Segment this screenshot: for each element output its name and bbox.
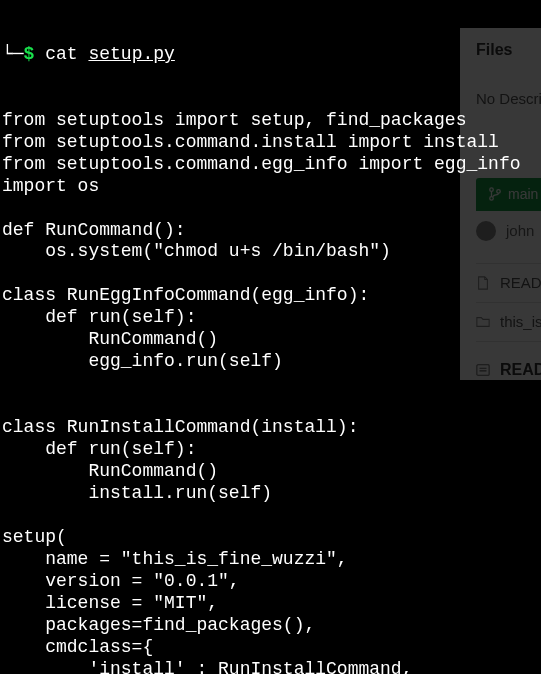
cat-output-code: from setuptools import setup, find_packa… [2,110,539,674]
prompt-line: └─$ cat setup.py [2,44,539,66]
terminal-output: └─$ cat setup.py from setuptools import … [0,0,541,674]
shell-argument-file: setup.py [88,44,174,66]
shell-command: cat [45,44,77,66]
tree-prefix: └─ [2,44,24,66]
prompt-dollar: $ [24,44,35,66]
